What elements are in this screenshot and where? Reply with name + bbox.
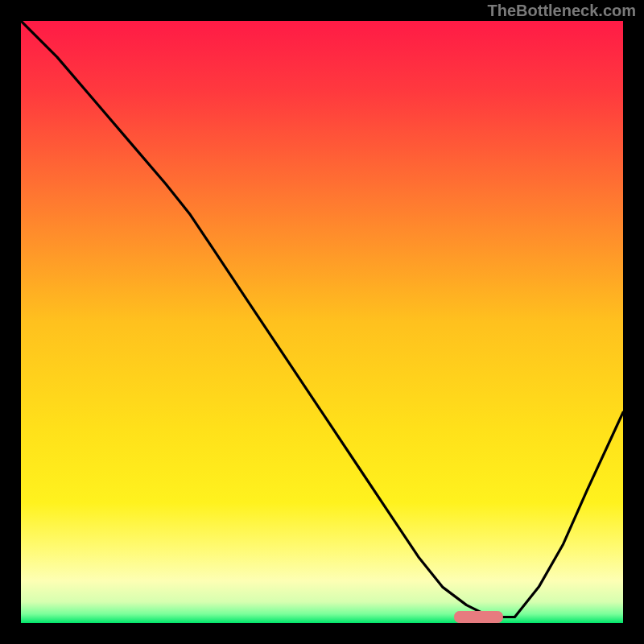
plot-frame	[21, 21, 623, 623]
min-marker	[455, 612, 503, 623]
chart-canvas: TheBottleneck.com	[0, 0, 644, 644]
watermark-text: TheBottleneck.com	[488, 2, 636, 20]
curve-layer	[21, 21, 623, 623]
bottleneck-curve-path	[21, 21, 623, 617]
